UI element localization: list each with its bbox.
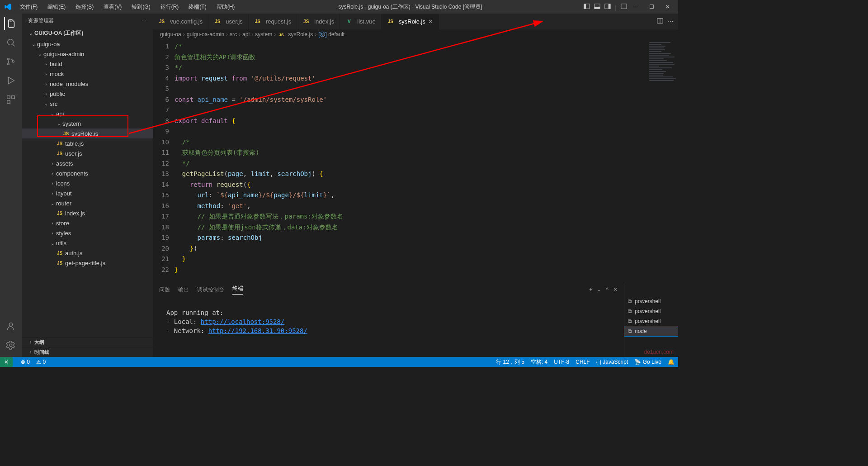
- dropdown-icon[interactable]: ⌄: [597, 286, 601, 293]
- folder-item[interactable]: ⌄src: [22, 99, 153, 109]
- menu-item[interactable]: 转到(G): [128, 1, 154, 13]
- activity-bar: [0, 14, 22, 357]
- bottom-panel: 问题输出调试控制台终端+⌄^✕ App running at: - Local:…: [153, 282, 678, 357]
- panel-tab[interactable]: 输出: [178, 286, 189, 294]
- svg-rect-1: [584, 4, 585, 9]
- close-icon[interactable]: ✕: [428, 18, 433, 25]
- menu-item[interactable]: 帮助(H): [213, 1, 239, 13]
- terminal-item[interactable]: ⧉ powershell: [624, 296, 678, 306]
- folder-item[interactable]: ⌄router: [22, 198, 153, 208]
- editor-tab[interactable]: Vlist.vue: [340, 14, 381, 29]
- cursor-position[interactable]: 行 12，列 5: [496, 358, 524, 366]
- panel-tab[interactable]: 终端: [232, 285, 243, 295]
- file-item[interactable]: JSget-page-title.js: [22, 258, 153, 268]
- svg-rect-13: [7, 100, 10, 103]
- folder-item[interactable]: ›build: [22, 59, 153, 69]
- folder-item[interactable]: ⌄guigu-oa-admin: [22, 49, 153, 59]
- extensions-icon[interactable]: [5, 93, 17, 106]
- workspace-header[interactable]: ⌄GUIGU-OA (工作区): [22, 28, 153, 39]
- indentation[interactable]: 空格: 4: [531, 358, 547, 366]
- menu-bar: 文件(F)编辑(E)选择(S)查看(V)转到(G)运行(R)终端(T)帮助(H): [16, 1, 238, 13]
- terminal-item[interactable]: ⧉ node: [624, 326, 678, 336]
- panel-tabs: 问题输出调试控制台终端+⌄^✕: [153, 283, 624, 296]
- close-panel-icon[interactable]: ✕: [613, 286, 618, 293]
- terminal-item[interactable]: ⧉ powershell: [624, 306, 678, 316]
- file-item[interactable]: JStable.js: [22, 138, 153, 148]
- notifications-icon[interactable]: 🔔: [668, 359, 675, 365]
- explorer-icon[interactable]: [4, 17, 17, 30]
- explorer-sidebar: 资源管理器 ⋯ ⌄GUIGU-OA (工作区) ⌄guigu-oa⌄guigu-…: [22, 14, 153, 357]
- search-icon[interactable]: [5, 36, 17, 49]
- breadcrumb[interactable]: guigu-oa›guigu-oa-admin›src›api›system›J…: [153, 29, 678, 39]
- folder-item[interactable]: ›store: [22, 218, 153, 228]
- svg-point-7: [8, 39, 14, 45]
- panel-tab[interactable]: 调试控制台: [197, 286, 224, 294]
- window-controls: ─ ☐ ✕: [628, 4, 675, 10]
- svg-rect-5: [609, 4, 610, 9]
- menu-item[interactable]: 文件(F): [16, 1, 41, 13]
- folder-item[interactable]: ›styles: [22, 228, 153, 238]
- minimap[interactable]: [646, 39, 678, 282]
- terminal-icon: ⧉: [628, 298, 632, 304]
- editor-tab[interactable]: JSindex.js: [297, 14, 340, 29]
- editor-tab[interactable]: JSsysRole.js✕: [382, 14, 439, 29]
- panel-tab[interactable]: 问题: [159, 286, 170, 294]
- more-icon[interactable]: ⋯: [668, 18, 674, 25]
- maximize-panel-icon[interactable]: ^: [606, 286, 609, 293]
- file-item[interactable]: JSsysRole.js: [22, 128, 153, 138]
- folder-item[interactable]: ›components: [22, 168, 153, 178]
- svg-point-14: [9, 323, 12, 326]
- folder-item[interactable]: ⌄system: [22, 119, 153, 128]
- editor-tab[interactable]: JSvue.config.js: [153, 14, 208, 29]
- go-live[interactable]: 📡 Go Live: [634, 359, 661, 365]
- maximize-button[interactable]: ☐: [645, 4, 658, 10]
- folder-item[interactable]: ⌄guigu-oa: [22, 39, 153, 49]
- menu-item[interactable]: 选择(S): [72, 1, 97, 13]
- folder-item[interactable]: ›layout: [22, 188, 153, 198]
- svg-point-8: [8, 58, 9, 60]
- file-item[interactable]: JSauth.js: [22, 248, 153, 258]
- source-control-icon[interactable]: [5, 55, 17, 68]
- timeline-section[interactable]: ›时间线: [22, 347, 153, 357]
- editor-tab[interactable]: JSrequest.js: [249, 14, 297, 29]
- warning-count[interactable]: ⚠ 0: [36, 359, 46, 365]
- remote-indicator[interactable]: [0, 357, 13, 367]
- folder-item[interactable]: ›public: [22, 89, 153, 99]
- settings-icon[interactable]: [5, 339, 17, 352]
- account-icon[interactable]: [5, 320, 17, 333]
- code-editor[interactable]: 12345678910111213141516171819202122 /* 角…: [153, 39, 678, 282]
- language-mode[interactable]: { } JavaScript: [596, 359, 628, 365]
- editor-tab[interactable]: JSuser.js: [208, 14, 249, 29]
- split-editor-icon[interactable]: [657, 18, 663, 25]
- folder-item[interactable]: ›mock: [22, 69, 153, 79]
- run-debug-icon[interactable]: [5, 74, 17, 87]
- folder-item[interactable]: ⌄utils: [22, 238, 153, 248]
- add-terminal-icon[interactable]: +: [589, 286, 592, 293]
- outline-section[interactable]: ›大纲: [22, 337, 153, 347]
- file-item[interactable]: JSuser.js: [22, 148, 153, 158]
- code-content[interactable]: /* 角色管理相关的API请求函数 */ import request from…: [175, 39, 646, 282]
- encoding[interactable]: UTF-8: [554, 359, 569, 365]
- layout-controls[interactable]: |: [582, 3, 629, 11]
- svg-rect-6: [621, 4, 627, 9]
- minimize-button[interactable]: ─: [628, 4, 642, 10]
- menu-item[interactable]: 终端(T): [185, 1, 210, 13]
- menu-item[interactable]: 查看(V): [100, 1, 125, 13]
- folder-item[interactable]: ›icons: [22, 178, 153, 188]
- folder-item[interactable]: ›node_modules: [22, 79, 153, 89]
- menu-item[interactable]: 运行(R): [157, 1, 183, 13]
- title-bar: 文件(F)编辑(E)选择(S)查看(V)转到(G)运行(R)终端(T)帮助(H)…: [0, 0, 678, 14]
- terminal-output[interactable]: App running at: - Local: http://localhos…: [153, 296, 624, 357]
- eol[interactable]: CRLF: [576, 359, 590, 365]
- folder-item[interactable]: ›assets: [22, 158, 153, 168]
- folder-item[interactable]: ⌄api: [22, 109, 153, 119]
- menu-item[interactable]: 编辑(E): [44, 1, 69, 13]
- file-item[interactable]: JSindex.js: [22, 208, 153, 218]
- window-title: sysRole.js - guigu-oa (工作区) - Visual Stu…: [238, 3, 582, 11]
- terminal-item[interactable]: ⧉ powershell: [624, 316, 678, 326]
- close-button[interactable]: ✕: [661, 4, 675, 10]
- more-icon[interactable]: ⋯: [142, 18, 147, 24]
- explorer-title: 资源管理器: [28, 17, 54, 24]
- error-count[interactable]: ⊗ 0: [21, 359, 30, 365]
- editor-area: JSvue.config.jsJSuser.jsJSrequest.jsJSin…: [153, 14, 678, 357]
